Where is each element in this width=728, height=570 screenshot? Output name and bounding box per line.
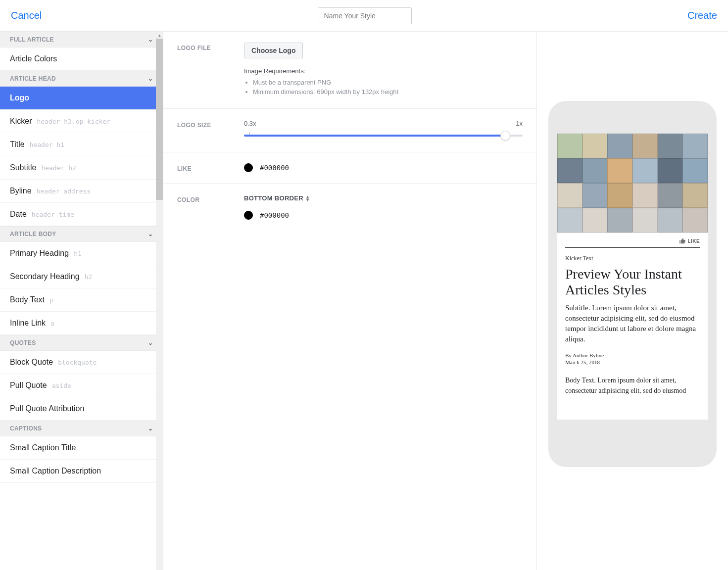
section-header-article-head[interactable]: ARTICLE HEAD ⌄: [0, 71, 163, 87]
preview-title: Preview Your Instant Articles Styles: [565, 266, 700, 298]
sidebar-item-label: Title: [10, 140, 25, 149]
create-button[interactable]: Create: [687, 10, 717, 21]
sidebar-item-label: Kicker: [10, 117, 32, 126]
slider-thumb[interactable]: [500, 131, 510, 141]
section-header-article-body[interactable]: ARTICLE BODY ⌄: [0, 226, 163, 242]
scroll-up-arrow-icon: ▴: [157, 33, 161, 38]
content: LOGO FILE Choose Logo Image Requirements…: [163, 32, 728, 570]
phone-screen: LIKE Kicker Text Preview Your Instant Ar…: [557, 134, 708, 420]
sidebar-item-label: Pull Quote Attribution: [10, 404, 84, 413]
color-target-dropdown[interactable]: BOTTOM BORDER ▴▾: [244, 194, 523, 202]
section-title: ARTICLE HEAD: [10, 75, 56, 82]
setting-label: COLOR: [177, 194, 244, 220]
sidebar-item-kicker[interactable]: Kicker header h3.op-kicker: [0, 110, 163, 133]
sidebar-item-tag: h2: [85, 273, 93, 281]
phone-frame: LIKE Kicker Text Preview Your Instant Ar…: [548, 101, 717, 467]
section-header-quotes[interactable]: QUOTES ⌄: [0, 335, 163, 351]
image-requirements-title: Image Requirements:: [244, 67, 523, 75]
image-requirements-list: Must be a transparent PNG Minimum dimens…: [244, 79, 523, 95]
preview-like-label: LIKE: [688, 238, 700, 244]
preview-hero-image: [557, 134, 708, 233]
sidebar-item-label: Small Caption Description: [10, 467, 101, 475]
settings-panel: LOGO FILE Choose Logo Image Requirements…: [163, 32, 537, 570]
sidebar-item-body-text[interactable]: Body Text p: [0, 288, 163, 312]
section-title: QUOTES: [10, 339, 36, 346]
sidebar-item-label: Date: [10, 210, 27, 219]
sidebar-item-pull-quote-attribution[interactable]: Pull Quote Attribution: [0, 397, 163, 421]
chevron-down-icon: ⌄: [148, 339, 153, 346]
sidebar-item-label: Byline: [10, 187, 32, 195]
choose-logo-button[interactable]: Choose Logo: [244, 43, 303, 58]
sidebar-item-subtitle[interactable]: Subtitle header h2: [0, 156, 163, 180]
sort-icon: ▴▾: [306, 195, 309, 201]
sidebar-item-label: Logo: [10, 94, 29, 102]
sidebar-item-label: Small Caption Title: [10, 443, 76, 452]
sidebar-item-label: Primary Heading: [10, 249, 69, 258]
setting-row-logo-size: LOGO SIZE 0.3x 1x: [163, 109, 536, 152]
sidebar-item-logo[interactable]: Logo: [0, 87, 163, 110]
sidebar-item-label: Secondary Heading: [10, 272, 80, 281]
section-title: ARTICLE BODY: [10, 231, 56, 238]
style-name-input[interactable]: [318, 7, 412, 24]
sidebar-item-tag: h1: [74, 250, 82, 257]
chevron-down-icon: ⌄: [148, 231, 153, 238]
sidebar-item-date[interactable]: Date header time: [0, 203, 163, 226]
like-color-hex: #000000: [260, 164, 289, 172]
preview-like-bar: LIKE: [565, 233, 700, 248]
preview-date: March 25, 2018: [565, 359, 700, 365]
sidebar-item-tag: a: [50, 320, 54, 327]
preview-body-text: Body Text. Lorem ipsum dolor sit amet, c…: [565, 375, 700, 396]
cancel-button[interactable]: Cancel: [11, 10, 42, 21]
sidebar-item-block-quote[interactable]: Block Quote blockquote: [0, 351, 163, 374]
sidebar-item-tag: header h2: [41, 164, 76, 172]
sidebar-scrollbar[interactable]: ▴: [156, 32, 163, 570]
setting-row-like: LIKE #000000: [163, 152, 536, 184]
sidebar-item-article-colors[interactable]: Article Colors: [0, 48, 163, 71]
sidebar-item-tag: header h1: [30, 141, 64, 148]
sidebar: FULL ARTICLE ⌄ Article Colors ARTICLE HE…: [0, 32, 163, 570]
sidebar-item-title[interactable]: Title header h1: [0, 133, 163, 156]
slider-max-label: 1x: [516, 120, 523, 127]
section-title: CAPTIONS: [10, 425, 42, 432]
sidebar-item-tag: header time: [32, 211, 74, 218]
sidebar-item-byline[interactable]: Byline header address: [0, 180, 163, 203]
sidebar-item-tag: header address: [37, 188, 91, 195]
setting-label: LOGO FILE: [177, 43, 244, 97]
sidebar-item-inline-link[interactable]: Inline Link a: [0, 312, 163, 335]
preview-byline: By Author Byline: [565, 352, 700, 358]
sidebar-item-label: Block Quote: [10, 358, 53, 367]
sidebar-item-tag: aside: [52, 382, 71, 389]
border-color-swatch[interactable]: [244, 211, 253, 220]
logo-size-slider[interactable]: [244, 130, 523, 141]
setting-label: LOGO SIZE: [177, 120, 244, 141]
preview-article-body: LIKE Kicker Text Preview Your Instant Ar…: [557, 233, 708, 404]
chevron-down-icon: ⌄: [148, 425, 153, 432]
preview-pane: LIKE Kicker Text Preview Your Instant Ar…: [537, 32, 728, 570]
sidebar-item-tag: header h3.op-kicker: [37, 118, 110, 125]
slider-fill: [244, 135, 506, 137]
requirement-item: Must be a transparent PNG: [253, 79, 523, 86]
chevron-down-icon: ⌄: [148, 36, 153, 43]
sidebar-item-small-caption-title[interactable]: Small Caption Title: [0, 436, 163, 460]
slider-min-label: 0.3x: [244, 120, 256, 127]
section-title: FULL ARTICLE: [10, 36, 54, 43]
sidebar-item-primary-heading[interactable]: Primary Heading h1: [0, 242, 163, 265]
like-color-swatch[interactable]: [244, 163, 253, 172]
sidebar-item-tag: blockquote: [58, 359, 97, 366]
sidebar-item-tag: p: [49, 296, 53, 304]
sidebar-item-pull-quote[interactable]: Pull Quote aside: [0, 374, 163, 397]
sidebar-item-small-caption-description[interactable]: Small Caption Description: [0, 460, 163, 483]
preview-kicker: Kicker Text: [565, 255, 700, 262]
section-header-captions[interactable]: CAPTIONS ⌄: [0, 421, 163, 436]
sidebar-item-label: Inline Link: [10, 319, 46, 328]
setting-label: LIKE: [177, 163, 244, 172]
dropdown-value: BOTTOM BORDER: [244, 194, 303, 202]
section-header-full-article[interactable]: FULL ARTICLE ⌄: [0, 32, 163, 48]
sidebar-item-label: Subtitle: [10, 163, 36, 172]
sidebar-item-label: Pull Quote: [10, 381, 47, 390]
scrollbar-thumb[interactable]: [156, 39, 163, 200]
sidebar-item-secondary-heading[interactable]: Secondary Heading h2: [0, 265, 163, 288]
like-icon: [679, 238, 686, 244]
setting-row-color: COLOR BOTTOM BORDER ▴▾ #000000: [163, 184, 536, 231]
border-color-hex: #000000: [260, 211, 289, 219]
